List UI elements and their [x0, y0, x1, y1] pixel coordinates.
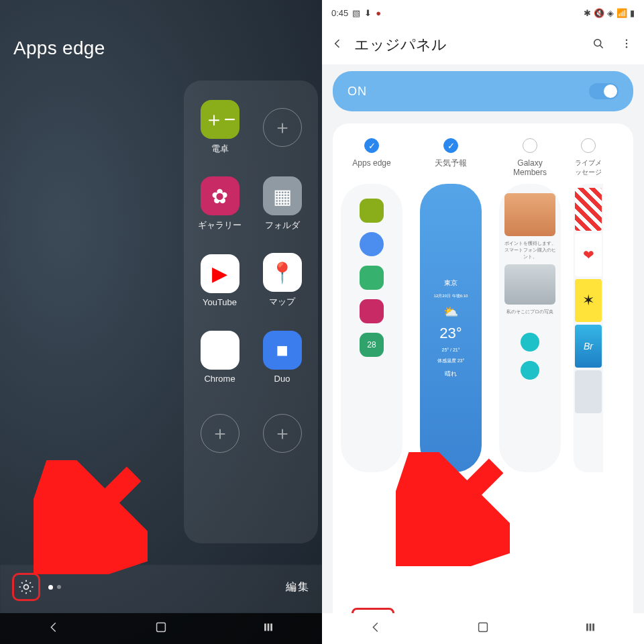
panel-option-live-message[interactable]: ライブメッセージ ❤ ✶ Br [573, 138, 604, 597]
app-icon: ◐ [201, 331, 239, 370]
settings-header: エッジパネル [322, 25, 644, 64]
app-icon: ＋− [201, 100, 239, 139]
mini-app-icon [360, 299, 384, 323]
annotation-arrow [34, 460, 148, 577]
more-button[interactable] [614, 38, 639, 53]
app-slot[interactable]: ■Duo [253, 321, 311, 393]
nav-recents-button[interactable] [261, 620, 276, 637]
status-icon: ▧ [352, 8, 360, 18]
panel-label: Apps edge [352, 158, 390, 178]
app-icon: ▦ [263, 176, 302, 215]
mini-app-icon: 28 [360, 333, 384, 357]
fab-icon [521, 361, 539, 380]
status-bar: 0:45 ▧ ⬇ ● ✱🔇◈📶▮ [322, 0, 644, 25]
panels-list[interactable]: ✓ Apps edge 28 ✓ 天気予報 東京 12月20日 午後6:10 ⛅… [333, 123, 633, 644]
app-icon: ✿ [201, 176, 239, 215]
search-button[interactable] [586, 37, 610, 54]
system-nav-bar [322, 613, 644, 644]
weather-temp: 23° [439, 325, 462, 342]
tile-text: ポイントを獲得します。スマートフォン購入のヒント。 [503, 240, 557, 260]
app-label: ギャラリー [198, 219, 241, 231]
panel-label: 天気予報 [435, 158, 467, 178]
back-button[interactable] [325, 37, 350, 54]
page-title: エッジパネル [354, 35, 582, 55]
svg-line-6 [54, 474, 134, 553]
svg-point-10 [626, 42, 627, 44]
nav-back-button[interactable] [46, 620, 61, 637]
panel-preview-members: ポイントを獲得します。スマートフォン購入のヒント。 私のそこにプロの写真 [499, 184, 561, 472]
nav-home-button[interactable] [476, 620, 490, 637]
status-time: 0:45 [331, 8, 348, 18]
weather-hilow: 25° / 21° [441, 347, 460, 352]
search-icon [592, 37, 605, 50]
nav-home-button[interactable] [154, 620, 168, 637]
status-icon: ⬇ [364, 8, 372, 18]
tile-image [504, 193, 555, 236]
checkbox-unchecked[interactable] [523, 138, 537, 153]
tile-text: 私のそこにプロの写真 [506, 309, 553, 315]
svg-line-8 [600, 45, 603, 48]
svg-rect-1 [157, 623, 166, 632]
panel-option-apps-edge[interactable]: ✓ Apps edge 28 [335, 138, 408, 597]
weather-date: 12月20日 午後6:10 [434, 293, 468, 299]
panel-option-galaxy-members[interactable]: Galaxy Members ポイントを獲得します。スマートフォン購入のヒント。… [494, 138, 566, 597]
weather-cond: 晴れ [445, 370, 457, 378]
app-icon: ■ [263, 331, 302, 370]
add-app-slot[interactable]: ＋ [253, 397, 311, 470]
svg-point-7 [594, 39, 601, 46]
app-slot[interactable]: ▶YouTube [191, 244, 249, 317]
edit-button[interactable]: 編集 [286, 580, 310, 594]
tile-image [504, 264, 555, 305]
app-slot[interactable]: ◐Chrome [191, 321, 249, 393]
master-toggle[interactable]: ON [333, 71, 633, 111]
app-icon: 📍 [263, 253, 302, 292]
edge-panel[interactable]: ＋−電卓＋✿ギャラリー▦フォルダ▶YouTube📍マップ◐Chrome■Duo＋… [184, 80, 318, 543]
apps-edge-title: Apps edge [13, 38, 105, 59]
panel-label: Galaxy Members [513, 158, 547, 178]
panel-preview: 28 [341, 184, 402, 472]
svg-point-11 [626, 46, 627, 48]
checkbox-checked[interactable]: ✓ [364, 138, 379, 153]
svg-point-0 [24, 585, 29, 590]
add-app-slot[interactable]: ＋ [191, 397, 249, 470]
app-label: Chrome [204, 374, 235, 384]
app-label: フォルダ [265, 219, 300, 231]
gear-icon [17, 578, 35, 596]
app-label: マップ [269, 296, 295, 308]
toggle-label: ON [347, 85, 367, 99]
app-label: Duo [274, 374, 290, 384]
panel-preview-weather: 東京 12月20日 午後6:10 ⛅ 23° 25° / 21° 体感温度 23… [420, 184, 482, 472]
more-vert-icon [621, 38, 633, 50]
status-icons-right: ✱🔇◈📶▮ [581, 8, 635, 18]
switch-on[interactable] [589, 83, 619, 99]
app-icon: ▶ [201, 254, 239, 293]
panel-label: ライブメッセージ [573, 158, 604, 178]
checkbox-unchecked[interactable] [581, 138, 596, 153]
nav-recents-button[interactable] [583, 620, 598, 637]
fab-icon [521, 333, 539, 352]
screenshot-apps-edge: Apps edge ＋−電卓＋✿ギャラリー▦フォルダ▶YouTube📍マップ◐C… [0, 0, 322, 644]
app-slot[interactable]: ▦フォルダ [253, 168, 311, 240]
app-slot[interactable]: 📍マップ [253, 244, 311, 317]
plus-icon: ＋ [263, 414, 302, 453]
weather-city: 東京 [444, 278, 458, 288]
checkbox-checked[interactable]: ✓ [443, 138, 458, 153]
mini-app-icon [360, 232, 384, 256]
settings-gear-button[interactable] [12, 573, 40, 601]
svg-rect-12 [479, 623, 488, 632]
plus-icon: ＋ [263, 108, 302, 147]
mini-app-icon [360, 266, 384, 290]
plus-icon: ＋ [201, 414, 239, 453]
panel-option-weather[interactable]: ✓ 天気予報 東京 12月20日 午後6:10 ⛅ 23° 25° / 21° … [415, 138, 487, 597]
app-slot[interactable]: ＋−電卓 [191, 91, 249, 164]
add-app-slot[interactable]: ＋ [253, 91, 311, 164]
mini-app-icon [360, 199, 384, 223]
nav-back-button[interactable] [368, 620, 383, 637]
app-label: 電卓 [211, 143, 229, 155]
app-slot[interactable]: ✿ギャラリー [191, 168, 249, 240]
svg-point-9 [626, 39, 627, 40]
status-icon: ● [376, 8, 381, 18]
system-nav-bar [0, 613, 322, 644]
edge-bottom-bar: 編集 [0, 573, 322, 601]
screenshot-edge-panel-settings: 0:45 ▧ ⬇ ● ✱🔇◈📶▮ エッジパネル ON ✓ Apps edge [322, 0, 644, 644]
